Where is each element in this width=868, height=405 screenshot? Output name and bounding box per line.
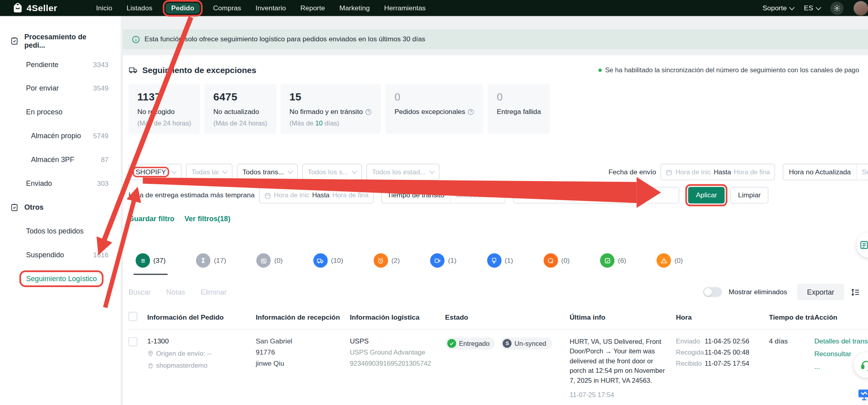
tab-exception[interactable]: (0) [544,253,570,269]
clear-button[interactable]: Limpiar [730,187,769,204]
order-search-input[interactable]: Buscar [556,191,599,199]
tab-waiting[interactable]: (17) [196,253,226,269]
sidebar-item-almacen-propio[interactable]: Almacén propio 5749 [0,124,121,148]
tab-delivered[interactable]: (6) [600,253,626,269]
settings-button[interactable] [830,1,843,14]
tab-pickup-pending[interactable]: (0) [257,253,283,269]
help-icon[interactable] [467,108,475,115]
nav-item-compras[interactable]: Compras [212,2,242,14]
export-button[interactable]: Exportar [797,284,845,301]
card-no-actualizado[interactable]: 6475 No actualizado (Más de 24 horas) [205,84,276,134]
tab-out-for-delivery[interactable]: (1) [430,253,457,269]
exception-cards: 1137 No recogido (Más de 24 horas) 6475 … [128,84,550,134]
service-select-value: Todos los s... [308,168,348,176]
main-area: Esta función solo ofrece seguimiento log… [121,16,868,405]
card-pedidos-excepcionales[interactable]: 0 Pedidos excepcionales [386,84,483,134]
notes-button[interactable]: Notas [167,288,185,296]
sidebar-item-todos-los-pedidos[interactable]: Todos los pedidos [0,219,121,243]
ship-date-range-input[interactable]: Hora de inic Hasta Hora de fina [661,164,775,180]
delete-button[interactable]: Eliminar [201,288,227,296]
logo[interactable]: 4Seller [12,2,58,14]
origin-text: Origen de envío: -- [156,349,211,357]
nav-item-listados[interactable]: Listados [126,2,153,14]
tracking-number[interactable]: 9234690391695201305742 [350,359,440,367]
gear-icon [833,4,841,12]
search-button[interactable]: Buscar [128,288,151,296]
logistics-cell: USPS USPS Ground Advantage 9234690391695… [350,338,445,367]
transport-select[interactable]: Todos trans... [237,164,298,180]
truck-icon [128,65,138,75]
service-name: USPS Ground Advantage [350,348,440,356]
view-filters-link[interactable]: Ver filtros(18) [184,214,231,223]
sidebar-item-label: Por enviar [26,84,59,93]
row-checkbox[interactable] [128,338,137,346]
card-value: 6475 [213,91,267,104]
select-placeholder: Seleccionar [455,191,492,199]
sync-text: Un-synced [515,339,546,347]
transport-details-link[interactable]: Detalles del trans... [814,338,868,345]
chevron-down-icon [352,168,357,174]
card-label-text: No firmado y en tránsito [289,108,363,116]
sidebar-item-almacen-3pf[interactable]: Almacén 3PF 87 [0,148,121,172]
column-settings-icon[interactable] [851,287,860,297]
support-dropdown[interactable]: Soporte [763,4,794,12]
language-dropdown[interactable]: ES [804,4,820,12]
save-filter-link[interactable]: Guardar filtro [128,214,174,223]
avatar[interactable] [854,1,868,15]
sidebar-item-enviado[interactable]: Enviado 303 [0,172,121,195]
transit-time-select[interactable]: Seleccionar [450,191,505,199]
card-no-recogido[interactable]: 1137 No recogido (Más de 24 horas) [128,84,200,134]
sidebar-item-en-proceso[interactable]: En proceso [0,100,121,124]
eta-range-input[interactable]: Hora de inic Hasta Hora de fina [259,187,374,204]
sidebar-item-count: 5749 [93,132,108,140]
sidebar-item-por-enviar[interactable]: Por enviar 3549 [0,76,121,100]
nav-item-herramientas[interactable]: Herramientas [383,2,427,14]
order-number[interactable]: 1-1300 [147,338,250,345]
not-updated-select[interactable]: Seleccionar [857,168,868,176]
nav-item-inicio[interactable]: Inicio [95,2,113,14]
card-entrega-fallida[interactable]: 0 Entrega fallida [488,84,550,134]
tab-arrived[interactable]: (1) [487,253,513,269]
sidebar-item-otros[interactable]: Otros [0,195,121,219]
nav-item-inventario[interactable]: Inventario [254,2,287,14]
nav-item-pedido[interactable]: Pedido [166,2,200,14]
service-select[interactable]: Todos los s... [302,164,362,180]
nav-item-marketing[interactable]: Marketing [338,2,371,14]
sidebar-item-procesamiento[interactable]: Procesamiento de pedi... [0,29,121,52]
sidebar-item-seguimiento-logistico[interactable]: Seguimiento Logístico [0,266,121,290]
sidebar-item-label: Seguimiento Logístico [26,274,97,282]
card-no-firmado[interactable]: 15 No firmado y en tránsito (Más de 10 d… [281,84,381,134]
tab-count: (10) [331,256,343,264]
sidebar-item-suspendido[interactable]: Suspendido 1616 [0,243,121,266]
annotation-box: Seguimiento Logístico [21,272,102,285]
date-start-placeholder: Hora de inic [676,168,711,176]
help-icon[interactable] [365,108,372,115]
time-label: Recogida [676,348,705,356]
tab-all[interactable]: (37) [136,253,166,269]
sidebar-item-count: 303 [97,179,108,187]
tab-in-transit[interactable]: (10) [313,253,343,269]
tab-count: (0) [274,256,283,264]
status-cell: Entregado S Un-synced [445,338,570,350]
status-select[interactable]: Todos los estad... [366,164,440,180]
nav-item-reporte[interactable]: Reporte [299,2,326,14]
show-deleted-toggle[interactable] [703,287,722,297]
order-no-type-select[interactable]: Nº Ped. [514,191,556,199]
apply-button[interactable]: Aplicar [688,187,725,204]
tab-overdue[interactable]: (2) [374,253,400,269]
top-nav: 4Seller Inicio Listados Pedido Compras I… [0,0,868,16]
tab-failed[interactable]: (0) [657,253,683,269]
sidebar-item-pendiente[interactable]: Pendiente 3343 [0,52,121,76]
shopify-s-icon: S [503,339,511,348]
survey-icon [859,240,868,250]
carrier-select[interactable]: SHOPIFY [128,164,182,180]
monitor-float-button[interactable] [857,387,868,404]
language-label: ES [804,4,813,12]
tab-count: (2) [391,256,400,264]
transit-time-label: Tiempo de tránsito [382,191,450,199]
card-label: No firmado y en tránsito [289,108,372,116]
select-all-checkbox[interactable] [128,312,137,321]
table-row: 1-1300 Origen de envío: -- shopmasterdem… [128,329,868,399]
date-end-placeholder: Hora de fina [734,168,770,176]
stores-select[interactable]: Todas las tiendas [186,164,232,180]
